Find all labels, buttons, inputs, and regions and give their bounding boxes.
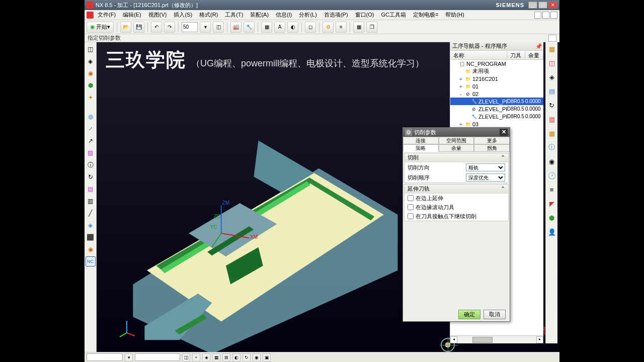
rtool-9-icon[interactable]: ◉ xyxy=(547,156,557,166)
tool-view-icon[interactable]: ◐ xyxy=(287,22,298,33)
mdi-minimize-button[interactable] xyxy=(534,12,541,19)
menu-insert[interactable]: 插入(S) xyxy=(171,10,195,20)
rtool-7-icon[interactable]: ▦ xyxy=(547,128,557,138)
maximize-button[interactable]: □ xyxy=(538,2,547,9)
tab-more[interactable]: 更多 xyxy=(474,137,510,144)
ltool-12-icon[interactable]: ▥ xyxy=(86,196,96,206)
rtool-3-icon[interactable]: ◈ xyxy=(547,72,557,82)
rtool-11-icon[interactable]: ◤ xyxy=(547,199,557,209)
rtool-nav-icon[interactable]: ▦ xyxy=(547,44,557,54)
status-right-icon[interactable] xyxy=(548,35,556,42)
menu-assembly[interactable]: 装配(A) xyxy=(247,10,272,20)
ltool-5-icon[interactable]: ✦ xyxy=(86,93,96,103)
ltool-10-icon[interactable]: ↻ xyxy=(86,172,96,182)
rtool-12-icon[interactable]: ⬢ xyxy=(547,213,557,223)
ltool-13-icon[interactable]: ╱ xyxy=(86,208,96,218)
tree-row[interactable]: +📁1216C201 xyxy=(450,75,543,82)
menu-file[interactable]: 文件(F) xyxy=(95,10,119,20)
rtool-clock-icon[interactable]: 🕐 xyxy=(547,170,557,180)
cut-direction-select[interactable]: 顺铣 xyxy=(466,163,505,171)
tool-dropdown-icon[interactable]: ▾ xyxy=(200,22,211,33)
navigator-hscroll[interactable]: ◂ ▸ xyxy=(450,335,543,343)
tool-op-icon[interactable]: 🔧 xyxy=(244,22,255,33)
ltool-3-icon[interactable]: ◉ xyxy=(86,68,96,78)
rtool-4-icon[interactable]: ▤ xyxy=(547,86,557,96)
dialog-titlebar[interactable]: ⚙ 切削参数 ✕ xyxy=(403,128,510,137)
ltool-info-icon[interactable]: ⓘ xyxy=(86,160,96,170)
scroll-thumb[interactable] xyxy=(472,337,493,343)
btm-6-icon[interactable]: ◐ xyxy=(232,353,240,361)
tree-row[interactable]: 🔧ZLEVEL_PR...D8R0.50.0000 xyxy=(450,113,543,120)
tree-row[interactable]: -⊘02 xyxy=(450,90,543,98)
btm-3-icon[interactable]: ◈ xyxy=(202,353,210,361)
col-name[interactable]: 名称 xyxy=(450,51,507,59)
chevron-up-icon[interactable]: ⌃ xyxy=(501,186,505,192)
minimize-button[interactable]: _ xyxy=(528,2,537,9)
btm-5-icon[interactable]: ⊞ xyxy=(222,353,230,361)
tool-layer-icon[interactable]: ❐ xyxy=(366,22,377,33)
ltool-2-icon[interactable]: ◈ xyxy=(86,56,96,66)
ltool-6-icon[interactable]: ◍ xyxy=(86,112,96,122)
ltool-8-icon[interactable]: ↗ xyxy=(86,136,96,146)
btm-2-icon[interactable]: + xyxy=(192,353,200,361)
menu-prefs[interactable]: 首选项(P) xyxy=(321,10,351,20)
tool-wire-icon[interactable]: ▦ xyxy=(261,22,272,33)
ltool-15-icon[interactable]: ⬛ xyxy=(86,232,96,242)
app-menu-icon[interactable] xyxy=(87,12,94,19)
ltool-9-icon[interactable]: ▨ xyxy=(86,148,96,158)
ok-button[interactable]: 确定 xyxy=(458,310,480,319)
ltool-7-icon[interactable]: ⟋ xyxy=(86,124,96,134)
mdi-close-button[interactable] xyxy=(550,12,557,19)
menu-tools[interactable]: 工具(T) xyxy=(222,10,246,20)
cancel-button[interactable]: 取消 xyxy=(484,310,506,319)
tool-cube-icon[interactable]: ◻ xyxy=(305,22,316,33)
rtool-2-icon[interactable]: ◫ xyxy=(547,58,557,68)
btm-1-icon[interactable]: ◫ xyxy=(182,353,190,361)
tree-row[interactable]: +📁03 xyxy=(450,120,543,128)
ltool-16-icon[interactable]: ◉ xyxy=(86,244,96,254)
tool-grid-icon[interactable]: ▦ xyxy=(353,22,364,33)
tree-row[interactable]: +📁01 xyxy=(450,82,543,90)
btm-dropdown-icon[interactable]: ▾ xyxy=(125,353,133,361)
btm-4-icon[interactable]: ▦ xyxy=(212,353,220,361)
menu-info[interactable]: 信息(I) xyxy=(273,10,295,20)
btm-7-icon[interactable]: ↻ xyxy=(243,353,251,361)
tool-gear-icon[interactable]: ⚙ xyxy=(323,22,334,33)
tool-box-icon[interactable]: ◫ xyxy=(213,22,224,33)
ltool-nc-icon[interactable]: NC xyxy=(86,256,96,266)
menu-help[interactable]: 帮助(H) xyxy=(442,10,467,20)
ltool-4-icon[interactable]: ⬢ xyxy=(86,80,96,90)
menu-window[interactable]: 窗口(O) xyxy=(352,10,377,20)
menu-format[interactable]: 格式(R) xyxy=(196,10,221,20)
tool-open-icon[interactable]: 📂 xyxy=(120,22,131,33)
tool-undo-icon[interactable]: ↶ xyxy=(151,22,162,33)
tab-stock[interactable]: 余量 xyxy=(439,144,474,152)
scroll-right-icon[interactable]: ▸ xyxy=(536,336,543,343)
chevron-up-icon[interactable]: ⌃ xyxy=(501,154,505,161)
tab-corner[interactable]: 拐角 xyxy=(474,144,510,152)
tab-connect[interactable]: 连接 xyxy=(403,137,439,144)
rtool-5-icon[interactable]: ↻ xyxy=(547,100,557,110)
tree-row[interactable]: 📋NC_PROGRAM xyxy=(450,60,543,67)
close-button[interactable]: ✕ xyxy=(548,2,557,9)
rtool-8-icon[interactable]: ⓘ xyxy=(547,142,557,152)
dialog-close-button[interactable]: ✕ xyxy=(500,129,508,136)
menu-view[interactable]: 视图(V) xyxy=(145,10,170,20)
chk-roll-tool[interactable] xyxy=(408,204,414,210)
chk-extend-edge[interactable] xyxy=(408,195,414,201)
rtool-6-icon[interactable]: ▥ xyxy=(547,114,557,124)
menu-electrode[interactable]: 定制电极= xyxy=(410,10,441,20)
mdi-restore-button[interactable] xyxy=(542,12,549,19)
menu-analysis[interactable]: 分析(L) xyxy=(296,10,319,20)
tab-strategy[interactable]: 策略 xyxy=(403,144,439,152)
zoom-input[interactable] xyxy=(182,22,198,32)
bottom-input-1[interactable] xyxy=(87,353,123,361)
bottom-input-2[interactable] xyxy=(135,353,180,361)
tool-text-icon[interactable]: A xyxy=(274,22,285,33)
start-button[interactable]: ◉开始▾ xyxy=(87,22,114,33)
tree-row[interactable]: 🔧ZLEVEL_PR...D8R0.50.0000 xyxy=(450,98,543,105)
pin-icon[interactable]: 📌 xyxy=(535,43,541,49)
menu-edit[interactable]: 编辑(E) xyxy=(120,10,144,20)
menu-gctoolbox[interactable]: GC工具箱 xyxy=(378,10,409,20)
tree-row[interactable]: ⊘ZLEVEL_PR...D8R0.50.0000 xyxy=(450,105,543,113)
